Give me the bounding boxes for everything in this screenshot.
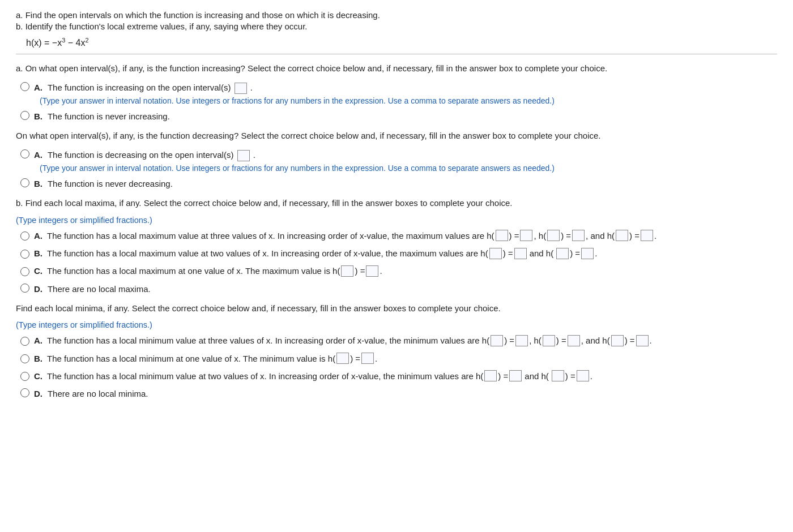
decreasing-option-b: B. The function is never decreasing. [20, 177, 777, 190]
maxima-b-text3: and h( [530, 247, 554, 260]
minima-c-box3[interactable] [552, 370, 564, 381]
decreasing-question: On what open interval(s), if any, is the… [16, 130, 777, 143]
decreasing-text-a: The function is decreasing on the open i… [48, 150, 234, 160]
minima-a-box5[interactable] [611, 335, 624, 346]
maxima-label-d: D. [34, 284, 42, 294]
maxima-label-b: B. [34, 247, 44, 260]
minima-label-b: B. [34, 352, 44, 365]
minima-option-d: D. There are no local minima. [20, 387, 777, 400]
minima-c-text5: . [590, 370, 592, 383]
decreasing-label-b: B. [34, 179, 42, 188]
maxima-a-box6[interactable] [641, 230, 653, 241]
decreasing-radio-a[interactable] [20, 149, 29, 158]
minima-b-box2[interactable] [361, 353, 374, 364]
minima-a-text7: . [650, 334, 652, 347]
minima-intro: Find each local minima, if any. Select t… [16, 302, 777, 315]
increasing-radio-a[interactable] [20, 82, 29, 91]
minima-a-text1: The function has a local minimum value a… [47, 334, 489, 347]
maxima-c-text3: . [380, 264, 382, 277]
minima-d-text: There are no local minima. [48, 389, 148, 398]
minima-a-text6: ) = [625, 334, 635, 347]
increasing-label-b: B. [34, 111, 42, 121]
minima-b-text2: ) = [350, 352, 360, 365]
maxima-a-text6: ) = [629, 229, 639, 242]
increasing-label-a: A. [34, 83, 42, 92]
maxima-a-box4[interactable] [572, 230, 585, 241]
maxima-radio-b[interactable] [20, 250, 29, 259]
maxima-c-box2[interactable] [366, 265, 378, 277]
maxima-radio-a[interactable] [20, 231, 29, 241]
maxima-c-text1: The function has a local maximum at one … [47, 264, 340, 277]
maxima-a-box1[interactable] [496, 230, 508, 241]
increasing-radio-b[interactable] [20, 111, 29, 120]
maxima-a-text1: The function has a local maximum value a… [47, 229, 494, 242]
maxima-c-text2: ) = [355, 264, 365, 277]
increasing-hint-a: (Type your answer in interval notation. … [40, 96, 777, 105]
increasing-answer-box-a[interactable] [235, 83, 247, 94]
minima-c-text4: ) = [565, 370, 575, 383]
maxima-label-a: A. [34, 229, 44, 242]
maxima-a-text4: ) = [561, 229, 571, 242]
part-b-maxima: b. Find each local maxima, if any. Selec… [16, 197, 777, 295]
minima-a-box3[interactable] [543, 335, 555, 346]
maxima-b-box4[interactable] [581, 248, 594, 259]
header-line1: a. Find the open intervals on which the … [16, 10, 777, 20]
maxima-option-c: C. The function has a local maximum at o… [20, 264, 777, 277]
maxima-a-text3: , h( [534, 229, 546, 242]
decreasing-label-a: A. [34, 150, 42, 160]
maxima-d-text: There are no local maxima. [48, 284, 151, 294]
maxima-a-box5[interactable] [616, 230, 628, 241]
part-b-minima: Find each local minima, if any. Select t… [16, 302, 777, 401]
minima-b-text3: . [375, 352, 377, 365]
minima-b-text1: The function has a local minimum at one … [47, 352, 335, 365]
minima-a-text2: ) = [504, 334, 514, 347]
maxima-intro: b. Find each local maxima, if any. Selec… [16, 197, 777, 210]
increasing-option-a: A. The function is increasing on the ope… [20, 81, 777, 94]
maxima-b-box3[interactable] [556, 248, 569, 259]
maxima-option-d: D. There are no local maxima. [20, 282, 777, 295]
maxima-radio-c[interactable] [20, 267, 29, 276]
minima-a-text3: , h( [529, 334, 542, 347]
maxima-b-box1[interactable] [489, 248, 502, 259]
maxima-b-text4: ) = [570, 247, 580, 260]
minima-a-box1[interactable] [491, 335, 503, 346]
minima-c-box2[interactable] [509, 370, 522, 381]
maxima-b-box2[interactable] [514, 248, 527, 259]
minima-label-d: D. [34, 389, 42, 398]
maxima-b-text1: The function has a local maximum value a… [47, 247, 488, 260]
maxima-radio-d[interactable] [20, 284, 29, 293]
minima-c-box1[interactable] [484, 370, 497, 381]
maxima-a-text2: ) = [509, 229, 519, 242]
increasing-option-b: B. The function is never increasing. [20, 110, 777, 123]
maxima-a-box3[interactable] [547, 230, 560, 241]
minima-radio-b[interactable] [20, 354, 29, 363]
decreasing-text-b: The function is never decreasing. [48, 179, 173, 188]
maxima-b-text5: . [595, 247, 597, 260]
maxima-b-text2: ) = [503, 247, 513, 260]
minima-radio-a[interactable] [20, 337, 29, 346]
minima-label-a: A. [34, 334, 44, 347]
minima-option-c: C. The function has a local minimum valu… [20, 370, 777, 383]
maxima-a-box2[interactable] [520, 230, 532, 241]
minima-type-hint: (Type integers or simplified fractions.) [16, 320, 777, 329]
minima-a-box2[interactable] [515, 335, 528, 346]
minima-a-text5: , and h( [581, 334, 610, 347]
minima-b-box1[interactable] [336, 353, 349, 364]
minima-c-text3: and h( [525, 370, 549, 383]
maxima-option-b: B. The function has a local maximum valu… [20, 247, 777, 260]
minima-c-text1: The function has a local minimum value a… [47, 370, 483, 383]
minima-a-box4[interactable] [568, 335, 580, 346]
maxima-label-c: C. [34, 264, 44, 277]
part-a-increasing: a. On what open interval(s), if any, is … [16, 62, 777, 123]
minima-radio-d[interactable] [20, 388, 29, 397]
minima-radio-c[interactable] [20, 372, 29, 381]
header-line2: b. Identify the function's local extreme… [16, 22, 777, 31]
maxima-option-a: A. The function has a local maximum valu… [20, 229, 777, 242]
increasing-question: a. On what open interval(s), if any, is … [16, 62, 777, 75]
top-section: a. Find the open intervals on which the … [16, 10, 777, 54]
decreasing-radio-b[interactable] [20, 178, 29, 187]
minima-a-box6[interactable] [636, 335, 649, 346]
decreasing-answer-box-a[interactable] [237, 150, 250, 161]
minima-c-box4[interactable] [577, 370, 589, 381]
maxima-c-box1[interactable] [341, 265, 353, 277]
